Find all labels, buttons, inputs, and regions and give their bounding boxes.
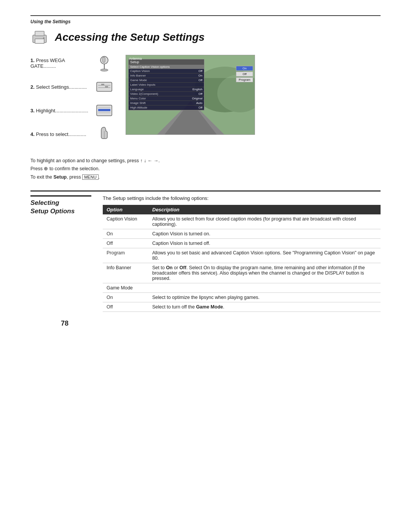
- step-1: 1. Press WEGA GATE.........: [30, 55, 114, 72]
- menu-row-caption-vision: Caption Vision Off: [129, 69, 204, 73]
- step-2-text: 2. Select Settings.............: [30, 84, 90, 90]
- instruction-2: Press ⊕ to confirm the selection.: [30, 165, 381, 173]
- svg-rect-8: [97, 82, 112, 91]
- settings-icon: [94, 78, 114, 95]
- option-program: Program: [236, 77, 253, 82]
- svg-rect-11: [101, 84, 104, 85]
- table-row: On Caption Vision is turned on.: [103, 229, 381, 238]
- step-2: 2. Select Settings.............: [30, 78, 114, 95]
- instruction-1: To highlight an option and to change set…: [30, 157, 381, 165]
- svg-rect-12: [105, 86, 108, 88]
- selecting-right: The Setup settings include the following…: [103, 195, 381, 312]
- table-row: Program Allows you to set basic and adva…: [103, 248, 381, 263]
- menu-row-video2: Video 2(Component) Off: [129, 92, 204, 96]
- desc-game-mode: [148, 283, 381, 292]
- option-info-banner: Info Banner: [103, 263, 148, 283]
- intro-text: The Setup settings include the following…: [103, 195, 381, 201]
- menu-row-language: Language English: [129, 87, 204, 92]
- step-3: 3. Highlight........................: [30, 102, 114, 119]
- step-3-text: 3. Highlight........................: [30, 108, 90, 113]
- sub-option-on: On: [103, 229, 148, 238]
- selecting-title: Selecting Setup Options: [30, 195, 91, 216]
- svg-rect-2: [35, 39, 44, 43]
- table-row: Info Banner Set to On or Off. Select On …: [103, 263, 381, 283]
- option-off: Off: [236, 72, 253, 77]
- step-1-text: 1. Press WEGA GATE.........: [30, 58, 90, 69]
- step-4-text: 4. Press to select.............: [30, 131, 90, 137]
- sub-desc-game-off: Select to turn off the Game Mode.: [148, 302, 381, 312]
- sub-option-game-on: On: [103, 292, 148, 302]
- sub-desc-on: Caption Vision is turned on.: [148, 229, 381, 238]
- title-block: Accessing the Setup Settings: [30, 28, 381, 46]
- desc-caption-vision: Allows you to select from four closed ca…: [148, 214, 381, 229]
- menu-row-label-video: Label Video Inputs: [129, 83, 204, 87]
- sub-option-off: Off: [103, 238, 148, 248]
- option-caption-vision: Caption Vision: [103, 214, 148, 229]
- svg-point-3: [43, 37, 45, 39]
- col-description: Description: [148, 205, 381, 214]
- table-row: Off Select to turn off the Game Mode.: [103, 302, 381, 312]
- menu-row-image-shift: Image Shift Auto: [129, 101, 204, 105]
- option-game-mode: Game Mode: [103, 283, 148, 292]
- step-4: 4. Press to select.............: [30, 126, 114, 142]
- sub-desc-program: Allows you to set basic and advanced Cap…: [148, 248, 381, 263]
- menu-row-high-altitude: High Altitude Off: [129, 105, 204, 110]
- table-header-row: Option Description: [103, 205, 381, 214]
- table-row: On Select to optimize the lipsync when p…: [103, 292, 381, 302]
- sub-option-program: Program: [103, 248, 148, 263]
- highlight-icon: [94, 102, 114, 119]
- options-table: Option Description Caption Vision Allows…: [103, 205, 381, 312]
- svg-rect-1: [35, 31, 44, 36]
- menu-row-game-mode: Game Mode Off: [129, 78, 204, 83]
- selecting-row: Selecting Setup Options The Setup settin…: [30, 195, 381, 312]
- printer-icon-svg: [30, 28, 49, 46]
- page-number: 78: [61, 320, 411, 328]
- table-row: Off Caption Vision is turned off.: [103, 238, 381, 248]
- selecting-left: Selecting Setup Options: [30, 195, 91, 312]
- menu-subheader: Select Caption Vision options: [129, 65, 204, 69]
- svg-point-6: [100, 69, 108, 71]
- press-select-icon: [94, 126, 114, 142]
- steps-column: 1. Press WEGA GATE......... 2. Select Se…: [30, 55, 114, 149]
- menu-overlay: Setup Select Caption Vision options Capt…: [128, 59, 204, 110]
- option-on: On: [236, 66, 253, 71]
- content-row: 1. Press WEGA GATE......... 2. Select Se…: [30, 55, 381, 149]
- menu-row-menu-color: Menu Color Original: [129, 96, 204, 101]
- instruction-3: To exit the Setup, press MENU.: [30, 173, 381, 181]
- sub-desc-game-on: Select to optimize the lipsync when play…: [148, 292, 381, 302]
- svg-rect-14: [98, 109, 110, 111]
- tv-screenshot: Antenna Setup Select Caption Vision opti…: [126, 55, 255, 135]
- section-divider: [30, 190, 381, 192]
- svg-rect-7: [103, 57, 105, 62]
- right-options: On Off Program: [236, 66, 253, 82]
- table-row: Game Mode: [103, 283, 381, 292]
- setup-icon: [30, 28, 49, 46]
- top-rule: [30, 15, 381, 16]
- desc-info-banner: Set to On or Off. Select On to display t…: [148, 263, 381, 283]
- instructions-block: To highlight an option and to change set…: [30, 157, 381, 181]
- section-label: Using the Settings: [30, 19, 381, 24]
- antenna-label: Antenna: [129, 57, 142, 61]
- sub-desc-off: Caption Vision is turned off.: [148, 238, 381, 248]
- screenshot-column: Antenna Setup Select Caption Vision opti…: [126, 55, 381, 149]
- wega-gate-icon: [94, 55, 114, 72]
- sub-option-game-off: Off: [103, 302, 148, 312]
- col-option: Option: [103, 205, 148, 214]
- page-title: Accessing the Setup Settings: [55, 31, 205, 43]
- table-row: Caption Vision Allows you to select from…: [103, 214, 381, 229]
- menu-row-info-banner: Info Banner On: [129, 73, 204, 78]
